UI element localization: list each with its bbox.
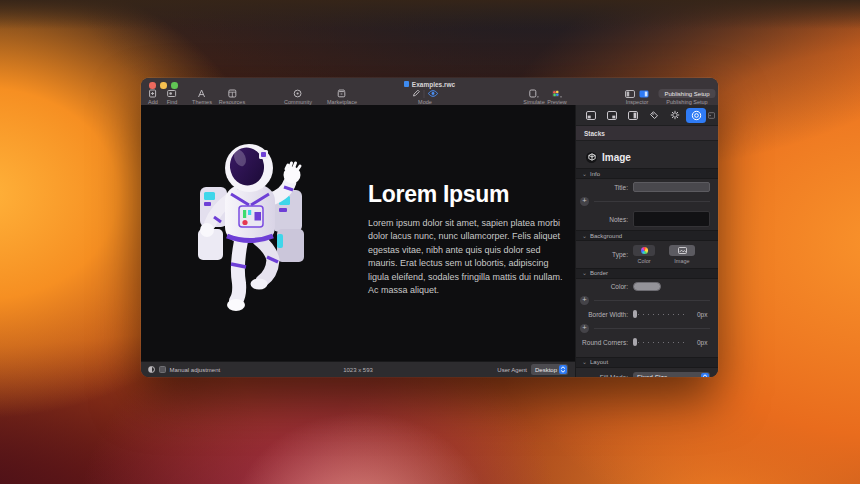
window-title: Examples.rwc (141, 81, 718, 88)
tab-partial-clipped[interactable] (708, 108, 715, 123)
tab-page-layout-2[interactable] (602, 108, 622, 123)
section-header-info[interactable]: ⌄ Info (576, 168, 718, 179)
publishing-setup-button[interactable]: Publishing Setup (658, 89, 715, 98)
tab-stacks-selected[interactable] (686, 108, 706, 123)
toolbar-community[interactable]: Community (284, 89, 312, 105)
page-heading: Lorem Ipsum (368, 181, 568, 208)
community-icon (294, 89, 303, 98)
mode-divider (424, 90, 425, 98)
inspector-right-segment-icon[interactable] (639, 89, 649, 98)
background-color-button[interactable] (633, 245, 655, 256)
section-header-border[interactable]: ⌄ Border (576, 268, 718, 279)
toolbar-marketplace[interactable]: Marketplace (327, 89, 357, 105)
notes-input[interactable] (633, 211, 710, 227)
chevron-down-icon: ⌄ (582, 233, 587, 239)
panel-title-text: Stacks (584, 130, 605, 137)
toolbar-preview[interactable]: Preview (547, 89, 567, 105)
background-image-button[interactable] (669, 245, 695, 256)
window-title-text: Examples.rwc (412, 81, 455, 88)
chevron-down-icon: ⌄ (582, 359, 587, 365)
page-paragraph: Lorem ipsum dolor sit amet, sapien plate… (368, 217, 568, 297)
title-label: Title: (576, 184, 628, 191)
resources-icon (227, 89, 236, 98)
document-icon (404, 81, 409, 88)
canvas-dimensions: 1023 x 593 (141, 367, 575, 373)
app-window: Examples.rwc Add Find Themes Resources (141, 78, 718, 377)
border-width-value: 0px (697, 311, 707, 318)
edit-mode-pencil-icon[interactable] (412, 89, 421, 98)
find-icon (167, 89, 177, 98)
page-preview-canvas[interactable]: Lorem Ipsum Lorem ipsum dolor sit amet, … (141, 105, 575, 361)
type-label: Type: (576, 251, 628, 258)
inspector-sidebar: Stacks Image ⌄ Info Title: + (576, 105, 718, 377)
chevron-down-icon: ⌄ (582, 270, 587, 276)
stack-header: Image (576, 146, 718, 168)
round-corners-slider[interactable] (633, 338, 689, 347)
status-bar: Manual adjustment 1023 x 593 User Agent … (141, 361, 575, 377)
add-control-row: + (576, 294, 718, 307)
section-header-layout[interactable]: ⌄ Layout (576, 357, 718, 368)
toolbar-themes[interactable]: Themes (192, 89, 212, 105)
round-corners-label: Round Corners: (576, 339, 628, 346)
add-button[interactable]: + (580, 296, 589, 305)
image-stack-cube-icon (586, 152, 597, 163)
panel-title-bar: Stacks (576, 126, 718, 141)
tab-settings-gear[interactable] (665, 108, 685, 123)
dropdown-stepper-icon (701, 373, 709, 378)
marketplace-icon (338, 89, 347, 98)
border-width-slider[interactable] (633, 310, 689, 319)
slider-thumb[interactable] (633, 338, 637, 346)
notes-label: Notes: (576, 216, 628, 223)
round-corners-value: 0px (697, 339, 707, 346)
photo-icon (678, 247, 687, 254)
image-caption: Image (674, 258, 689, 264)
divider (594, 328, 710, 329)
color-caption: Color (637, 258, 650, 264)
themes-icon (198, 89, 207, 98)
border-color-label: Color: (576, 283, 628, 290)
divider (594, 201, 710, 202)
toolbar-publishing-setup: Publishing Setup Publishing Setup (658, 89, 715, 105)
toolbar-simulate[interactable]: Simulate (523, 89, 544, 105)
add-control-row: + (576, 322, 718, 335)
title-input[interactable] (633, 182, 710, 192)
page-text-block: Lorem Ipsum Lorem ipsum dolor sit amet, … (368, 181, 568, 297)
inspector-left-segment-icon[interactable] (625, 89, 635, 98)
slider-thumb[interactable] (633, 310, 637, 318)
chevron-down-icon: ⌄ (582, 171, 587, 177)
section-header-background[interactable]: ⌄ Background (576, 230, 718, 241)
fill-mode-dropdown[interactable]: Fixed Size (633, 372, 710, 378)
fill-mode-label: Fill Mode: (576, 374, 628, 378)
border-color-well[interactable] (633, 282, 661, 291)
preview-mode-eye-icon[interactable] (428, 89, 439, 98)
simulate-icon (529, 89, 540, 98)
fill-mode-value: Fixed Size (637, 374, 701, 378)
toolbar-resources[interactable]: Resources (219, 89, 245, 105)
border-width-label: Border Width: (576, 311, 628, 318)
add-icon (148, 89, 157, 98)
toolbar-add[interactable]: Add (148, 89, 158, 105)
preview-icon (552, 89, 563, 98)
tab-page-layout-3[interactable] (623, 108, 643, 123)
toolbar-find[interactable]: Find (167, 89, 178, 105)
desktop-wallpaper: { "window": { "title": "Examples.rwc" },… (0, 0, 860, 484)
toolbar-mode: Mode (412, 89, 439, 105)
window-header: Examples.rwc Add Find Themes Resources (141, 78, 718, 105)
color-wheel-icon (641, 247, 648, 254)
tab-page-layout-1[interactable] (581, 108, 601, 123)
add-button[interactable]: + (580, 197, 589, 206)
divider (594, 300, 710, 301)
astronaut-illustration (185, 133, 317, 315)
add-control-row: + (576, 195, 718, 208)
stack-name: Image (602, 152, 631, 163)
toolbar-inspector: Inspector (625, 89, 649, 105)
add-button[interactable]: + (580, 324, 589, 333)
inspector-tabs (576, 105, 718, 126)
slider-ticks (638, 342, 687, 343)
tab-tags[interactable] (644, 108, 664, 123)
slider-ticks (638, 314, 687, 315)
